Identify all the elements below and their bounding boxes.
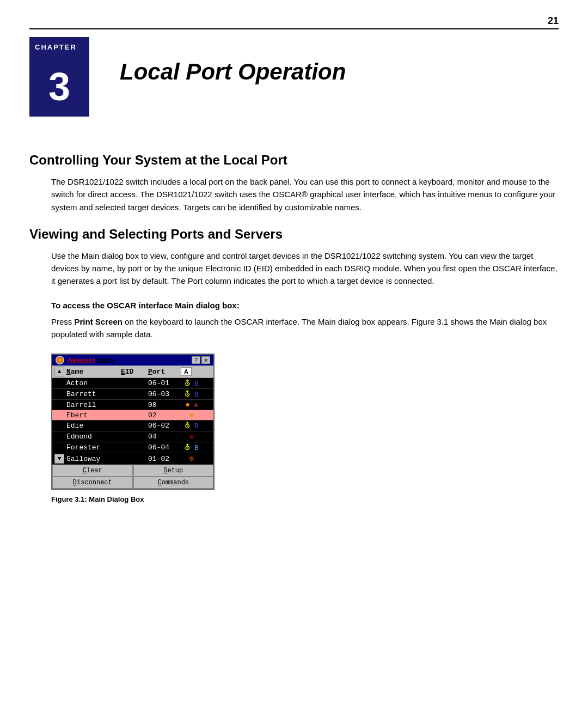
page-number: 21 [548,15,559,27]
row-port: 06-03 [148,390,181,398]
row-port: 01-02 [148,455,181,463]
table-row-highlighted[interactable]: Ebert 02 ● [52,410,213,421]
scroll-down-btn[interactable]: ▼ [54,454,64,464]
chapter-number: 3 [29,57,89,117]
table-row[interactable]: Acton 06-01 ⛢ B [52,378,213,389]
table-row[interactable]: Edmond 04 ✕ [52,431,213,442]
title-main: Main [95,356,113,364]
footer-row1: Clear Setup [52,465,213,477]
port-col-header: Port [148,368,181,376]
row-port: 08 [148,401,181,409]
row-port: 02 [148,411,181,419]
row-port: 06-01 [148,379,181,387]
close-button[interactable]: ✕ [201,356,210,364]
row-name: Barrett [66,390,121,398]
row-status: ⛢ B [181,379,203,388]
footer-row2: Disconnect Commands [52,477,213,489]
content-area: Controlling Your System at the Local Por… [29,153,559,503]
dialog-app-icon [56,356,64,364]
help-button[interactable]: ? [192,356,200,364]
row-name: Edie [66,422,121,430]
section2-subheading: To access the OSCAR interface Main dialo… [51,301,559,310]
row-name: Edmond [66,433,121,441]
dialog-container: Avocent Main ? ✕ ▲ Name EID Port [51,354,559,503]
row-status: ⛢ B [181,389,203,399]
clear-button[interactable]: Clear [52,465,133,477]
scroll-up-btn[interactable]: ▲ [54,367,64,376]
column-headers: ▲ Name EID Port A [52,366,213,378]
row-status: ⛢ B [181,443,203,452]
row-name: Forester [66,443,121,452]
row-status: ● [181,411,203,419]
title-avocent: Avocent [68,356,95,364]
table-row[interactable]: ▼ Galloway 01-02 ⚙ [52,453,213,465]
row-sort: ▼ [54,454,66,464]
section2-body2: Press Print Screen on the keyboard to la… [51,315,559,341]
disconnect-button[interactable]: Disconnect [52,477,133,489]
top-rule [29,28,559,29]
chapter-title: Local Port Operation [120,59,346,85]
row-port: 06-04 [148,443,181,452]
table-row[interactable]: Barrett 06-03 ⛢ B [52,389,213,400]
svg-point-1 [58,358,62,362]
titlebar-left: Avocent Main [56,356,113,364]
row-port: 04 [148,433,181,441]
dialog-title: Avocent Main [68,356,113,364]
row-status: ✕ [181,432,203,441]
dialog-box: Avocent Main ? ✕ ▲ Name EID Port [51,354,215,490]
status-col-header: A [181,367,203,376]
chapter-label: CHAPTER [29,37,89,57]
row-name: Ebert [66,411,121,419]
section1-body: The DSR1021/1022 switch includes a local… [51,175,559,214]
figure-caption: Figure 3.1: Main Dialog Box [51,495,559,503]
row-name: Darrell [66,401,121,409]
row-status: ● A [181,400,203,409]
row-name: Galloway [66,455,121,463]
body2-part2: on the keyboard to launch the OSCAR inte… [51,317,547,339]
commands-button[interactable]: Commands [133,477,214,489]
row-name: Acton [66,379,121,387]
section2: Viewing and Selecting Ports and Servers … [29,227,559,503]
table-row[interactable]: Darrell 08 ● A [52,400,213,410]
setup-button[interactable]: Setup [133,465,214,477]
section2-body1: Use the Main dialog box to view, configu… [51,249,559,288]
section1-heading: Controlling Your System at the Local Por… [29,153,559,168]
a-box: A [181,367,192,376]
table-row[interactable]: Edie 06-02 ⛢ B [52,421,213,431]
titlebar-right[interactable]: ? ✕ [192,356,210,364]
chapter-left: CHAPTER 3 [29,37,89,117]
chapter-block: CHAPTER 3 [29,37,89,117]
row-status: ⚙ [181,454,203,463]
eid-col-header: EID [121,368,148,376]
name-col-header: Name [66,368,121,376]
row-status: ⛢ B [181,421,203,430]
body2-part1: Press [51,317,75,326]
body2-bold: Print Screen [75,317,122,326]
section2-heading: Viewing and Selecting Ports and Servers [29,227,559,242]
dialog-titlebar: Avocent Main ? ✕ [52,355,213,366]
table-row[interactable]: Forester 06-04 ⛢ B [52,442,213,453]
row-port: 06-02 [148,422,181,430]
sort-col[interactable]: ▲ [54,367,66,376]
